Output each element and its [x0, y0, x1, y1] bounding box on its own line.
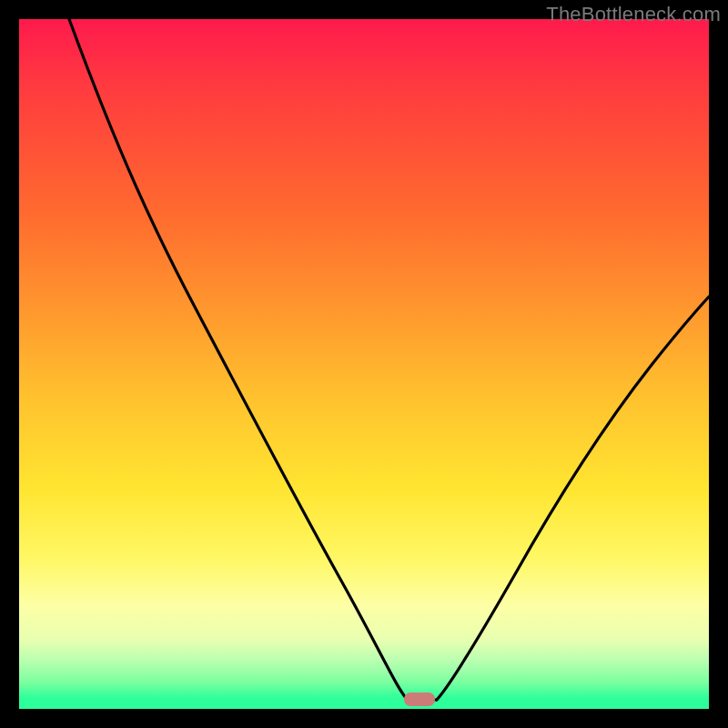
- bottleneck-curve: [19, 19, 709, 709]
- chart-frame: TheBottleneck.com: [0, 0, 728, 728]
- plot-area: [19, 19, 709, 709]
- optimal-marker: [404, 693, 435, 706]
- watermark-text: TheBottleneck.com: [546, 3, 721, 26]
